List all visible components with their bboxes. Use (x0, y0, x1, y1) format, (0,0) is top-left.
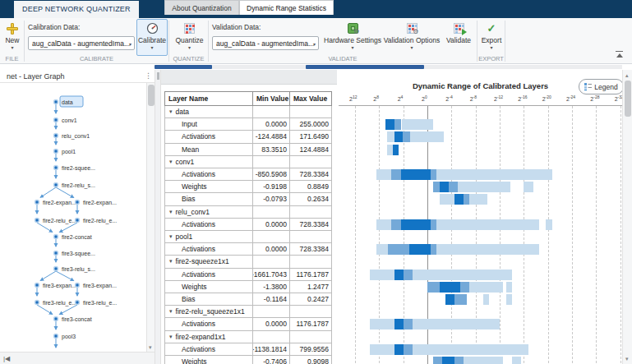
graph-node-label[interactable]: fire3-relu_s... (62, 266, 95, 273)
table-row[interactable]: ▾fire2-squeeze1x1 (164, 256, 332, 268)
graph-node-label[interactable]: fire3-expan... (43, 283, 76, 289)
histogram-bar-segment (394, 344, 404, 355)
collapse-caret-icon[interactable]: ▾ (169, 308, 173, 315)
layer-name-cell: Mean (164, 144, 252, 156)
collapse-caret-icon[interactable]: ▾ (169, 258, 173, 265)
calibration-data-combo[interactable]: aug_calData - augmentedIma... ▾ (28, 36, 135, 50)
min-value-cell: -850.5908 (252, 168, 289, 181)
graph-edge (37, 223, 53, 232)
new-button[interactable]: New ▾ (2, 19, 23, 56)
graph-node-label[interactable]: fire3-concat (62, 316, 92, 322)
panel-menu-icon[interactable]: ⋮ (145, 71, 152, 80)
validation-options-button[interactable]: ⚙ Validation Options ▾ (381, 19, 442, 56)
table-row[interactable]: ▾fire2-expand1x1 (164, 331, 332, 343)
max-value-cell (289, 106, 332, 118)
graph-node-label[interactable]: fire2-expan... (83, 200, 117, 206)
graph-node-label[interactable]: fire2-relu_e... (83, 218, 117, 224)
min-value-cell (252, 106, 289, 118)
table-row[interactable]: Activations-1661.70431176.1787 (164, 269, 332, 281)
table-row[interactable]: Activations0.0000728.3384 (164, 219, 332, 231)
table-row[interactable]: Bias-0.11640.2427 (164, 293, 332, 306)
column-header-max-value[interactable]: Max Value (289, 91, 332, 106)
table-row[interactable]: Activations0.0000728.3384 (164, 243, 332, 256)
table-row[interactable]: Input0.0000255.0000 (164, 118, 332, 131)
scrollbar-thumb[interactable] (148, 85, 155, 106)
graph-node-label[interactable]: relu_conv1 (62, 133, 90, 140)
graph-node-label[interactable]: conv1 (62, 117, 77, 123)
histogram-bar-segment (512, 357, 521, 364)
table-row[interactable]: ▾pool1 (164, 231, 332, 243)
table-row[interactable]: Bias-0.07930.2634 (164, 193, 332, 205)
scroll-up-icon[interactable]: ▴ (625, 72, 629, 78)
quantize-icon (184, 21, 195, 35)
table-row[interactable]: Activations-124.4884171.6490 (164, 131, 332, 143)
chart-vscrollbar[interactable]: ▴ ▾ (622, 70, 632, 364)
collapse-caret-icon[interactable]: ▾ (169, 209, 173, 215)
graph-node-label[interactable]: fire2-relu_e... (43, 218, 76, 224)
graph-node-label[interactable]: pool3 (62, 334, 76, 340)
table-row[interactable]: Activations0.00001176.1787 (164, 318, 332, 330)
collapse-caret-icon[interactable]: ▾ (169, 159, 173, 165)
graph-node-dot (54, 166, 57, 168)
graph-node-label[interactable]: fire2-relu_s... (62, 182, 95, 189)
validate-button[interactable]: Validate (442, 19, 475, 56)
histogram-bar-segment (431, 244, 436, 255)
table-row[interactable]: Weights-1.38001.2477 (164, 281, 332, 293)
table-row[interactable]: Weights-0.91980.8849 (164, 181, 332, 193)
max-value-cell (289, 156, 332, 168)
layer-name-cell: Activations (164, 269, 252, 281)
table-row[interactable]: Activations-850.5908728.3384 (164, 168, 332, 181)
collapse-caret-icon[interactable]: ▾ (169, 334, 173, 340)
graph-node-label[interactable]: fire3-squee... (62, 251, 95, 257)
table-row[interactable]: ▾conv1 (164, 156, 332, 168)
collapse-ribbon-icon[interactable] (615, 51, 624, 58)
graph-node-label[interactable]: fire2-concat (62, 234, 92, 240)
tab-about-quantization[interactable]: About Quantization (164, 0, 239, 15)
layer-graph-hscrollbar[interactable]: |◀ (0, 352, 155, 364)
graph-node-label[interactable]: data (62, 99, 73, 105)
table-row[interactable]: Weights-0.74060.9098 (164, 356, 332, 364)
export-button[interactable]: ✓ Export ▾ (479, 19, 504, 56)
table-row[interactable]: ▾relu_conv1 (164, 206, 332, 219)
layer-group-cell: ▾pool1 (164, 231, 252, 243)
axis-tick-label: 2-4 (445, 94, 452, 102)
scroll-down-icon[interactable]: ▾ (149, 344, 152, 350)
histogram-bar-segment (454, 194, 464, 205)
histogram-bar-segment (413, 344, 529, 355)
validation-data-combo[interactable]: aug_calData - augmentedIma... ▾ (212, 36, 319, 50)
graph-node-label[interactable]: fire3-relu_e... (83, 300, 117, 306)
panel-splitter[interactable] (155, 70, 161, 364)
graph-node-label[interactable]: fire2-squee... (62, 165, 95, 172)
graph-node-label[interactable]: fire3-relu_e... (43, 300, 76, 306)
min-value-cell: -1.3800 (252, 281, 289, 293)
scroll-start-icon[interactable]: |◀ (3, 355, 10, 362)
layer-graph-vscrollbar[interactable]: ▾ (146, 83, 155, 352)
splitter-handle[interactable] (157, 72, 159, 80)
hardware-settings-button[interactable]: ⚙ Hardware Settings ▾ (322, 19, 383, 56)
min-value-cell: -124.4884 (252, 131, 289, 143)
chevron-down-icon: ▾ (351, 45, 353, 51)
graph-node-label[interactable]: fire3-expan... (83, 283, 117, 289)
axis-tick-label: 20 (422, 94, 427, 102)
collapse-caret-icon[interactable]: ▾ (169, 233, 173, 240)
column-header-min-value[interactable]: Min Value (252, 91, 289, 106)
app-tab[interactable]: DEEP NETWORK QUANTIZER (14, 1, 139, 18)
column-header-layer-name[interactable]: Layer Name (164, 91, 252, 106)
scrollbar-thumb[interactable] (625, 81, 631, 117)
quantize-button[interactable]: Quantize ▾ (172, 19, 207, 56)
table-row[interactable]: ▾fire2-relu_squeeze1x1 (164, 306, 332, 318)
graph-node-label[interactable]: pool1 (62, 149, 76, 155)
layer-graph-canvas[interactable]: dataconv1relu_conv1pool1fire2-squee...fi… (0, 83, 146, 352)
calibrate-button[interactable]: Calibrate ▾ (136, 19, 168, 56)
collapse-caret-icon[interactable]: ▾ (169, 108, 173, 115)
table-row[interactable]: Mean83.3510124.4884 (164, 144, 332, 156)
table-row[interactable]: ▾data (164, 106, 332, 118)
tab-dynamic-range-statistics[interactable]: Dynamic Range Statistics (239, 0, 334, 15)
graph-node-label[interactable]: fire2-expan... (43, 200, 76, 206)
layer-name-cell: Weights (164, 281, 252, 293)
histogram-bar-segment (394, 319, 404, 329)
axis-tick-label: 24 (398, 94, 404, 102)
scroll-down-icon[interactable]: ▾ (625, 356, 629, 362)
layer-name-cell: Input (164, 118, 252, 131)
table-row[interactable]: Activations-1138.1814799.9556 (164, 343, 332, 356)
